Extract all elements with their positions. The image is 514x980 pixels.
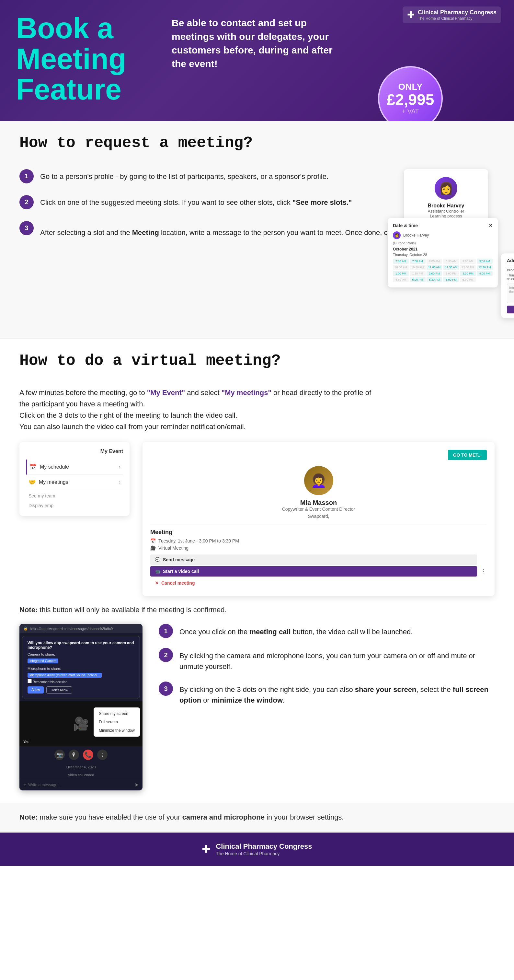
logo-top-right: ✚ Clinical Pharmacy Congress The Home of… — [403, 6, 501, 23]
share-menu: Share my screen Full screen Minimize the… — [94, 708, 140, 737]
tc15[interactable]: 2:00 PM — [427, 271, 443, 276]
tc16: 3:00 PM — [443, 271, 459, 276]
send-message-button[interactable]: 💬 Send message — [150, 555, 477, 565]
video-call-section: 🔒 https://app.swapcard.com/messages/chan… — [19, 624, 495, 791]
tc14: 1:30 PM — [410, 271, 425, 276]
dt-day: Thursday, October 28 — [393, 253, 493, 257]
allow-button[interactable]: Allow — [27, 686, 44, 694]
tc9[interactable]: 11:00 AM — [427, 265, 443, 270]
tc5: 9:00 AM — [460, 259, 476, 264]
virtual-intro: A few minutes before the meeting, go to … — [19, 387, 376, 433]
note-confirmed: Note: this button will only be available… — [19, 606, 495, 614]
video-main-area: 🎥 Share my screen Full screen Minimize t… — [19, 701, 143, 746]
share-screen-option[interactable]: Share my screen — [94, 710, 140, 718]
step-3-number: 3 — [19, 221, 34, 235]
perm-title: Will you allow app.swapcard.com to use y… — [27, 641, 135, 650]
cancel-meeting-button[interactable]: ✕ Cancel meeting — [150, 578, 477, 588]
meetings-icon: 🤝 — [29, 479, 36, 486]
profile-avatar: 👩 — [435, 177, 457, 200]
message-action-icon: 💬 — [155, 557, 160, 562]
tc13[interactable]: 1:00 PM — [393, 271, 409, 276]
more-options-button[interactable]: ⋮ — [97, 749, 108, 760]
vstep-2-text: By clicking the camera and microphone ic… — [179, 648, 495, 672]
dt-timezone: (Europe/Paris) — [393, 241, 493, 245]
meeting-profile-company: Swapcard, — [150, 514, 487, 519]
virtual-step-3: 3 By clicking on the 3 dots on the right… — [159, 681, 495, 705]
video-date-label: December 4, 2020 — [19, 763, 143, 771]
step-1-text: Go to a person's profile - by going to t… — [40, 169, 328, 182]
tc1[interactable]: 7:00 AM — [393, 259, 409, 264]
virtual-section: A few minutes before the meeting, go to … — [0, 380, 514, 804]
bottom-note: Note: make sure you have enabled the use… — [0, 803, 514, 831]
virtual-steps-list: 1 Once you click on the meeting call but… — [159, 624, 495, 715]
msg-date: Thursday, October 28, 2021 8:00 AM to 8:… — [507, 273, 514, 281]
tc4: 8:30 AM — [443, 259, 459, 264]
go-to-meet-button[interactable]: GO TO MET... — [448, 450, 487, 460]
you-label: You — [23, 740, 30, 744]
meeting-profile-name: Mia Masson — [150, 499, 487, 506]
meeting-info-section: Meeting 📅 Tuesday, 1st June - 3:00 PM to… — [150, 524, 487, 550]
full-screen-option[interactable]: Full screen — [94, 718, 140, 726]
dt-avatar: 👩 — [393, 231, 401, 239]
tc3: 8:00 AM — [427, 259, 443, 264]
menu-my-schedule[interactable]: 📅 My schedule › — [26, 460, 123, 475]
display-emp: Display emp — [26, 502, 123, 509]
chevron-right-icon: › — [119, 464, 121, 470]
video-controls: 📷 🎙 📞 ⋮ — [19, 746, 143, 763]
footer-tagline: The Home of Clinical Pharmacy — [216, 851, 312, 856]
cancel-icon: ✕ — [155, 581, 159, 585]
video-chat-input-row: + Write a message... ➤ — [19, 779, 143, 791]
tc22[interactable]: 6:00 PM — [443, 277, 459, 282]
menu-my-meetings[interactable]: 🤝 My meetings › — [26, 475, 123, 490]
tc17[interactable]: 3:30 PM — [460, 271, 476, 276]
permission-dialog: Will you allow app.swapcard.com to use y… — [22, 636, 140, 698]
my-event-card: My Event 📅 My schedule › 🤝 My meetings ›… — [19, 442, 130, 516]
camera-select[interactable]: Integrated Camera — [27, 659, 58, 663]
vstep-1-text: Once you click on the meeting call butto… — [179, 624, 412, 637]
schedule-icon: 📅 — [30, 463, 36, 471]
chevron-right-icon-2: › — [119, 479, 121, 485]
send-chat-icon[interactable]: ➤ — [135, 782, 139, 788]
footer-cross-icon: ✚ — [202, 843, 211, 855]
more-options-icon[interactable]: ⋮ — [480, 555, 487, 588]
deny-button[interactable]: Don't Allow — [46, 686, 72, 694]
tc20[interactable]: 5:00 PM — [410, 277, 425, 282]
tc21[interactable]: 5:30 PM — [427, 277, 443, 282]
tc2[interactable]: 7:30 AM — [410, 259, 425, 264]
mic-select[interactable]: Microphone Array (Intel® Smart Sound Tec… — [27, 673, 102, 678]
cross-icon: ✚ — [407, 10, 414, 20]
footer-brand: Clinical Pharmacy Congress — [216, 842, 312, 851]
dt-month: October 2021 — [393, 247, 493, 251]
start-video-call-button[interactable]: 📹 Start a video call — [150, 566, 477, 576]
chat-input-placeholder[interactable]: Write a message... — [28, 783, 135, 787]
tc19: 4:30 PM — [393, 277, 409, 282]
minimize-option[interactable]: Minimize the window — [94, 726, 140, 735]
time-grid: 7:00 AM 7:30 AM 8:00 AM 8:30 AM 9:00 AM … — [393, 259, 493, 282]
plus-icon[interactable]: + — [23, 782, 26, 788]
camera-toggle-button[interactable]: 📷 — [54, 749, 65, 760]
step-2-number: 2 — [19, 195, 34, 209]
profile-role: Assistant Controller — [412, 209, 480, 213]
tc7: 10:00 AM — [393, 265, 409, 270]
meeting-profile-role: Copywriter & Event Content Director — [150, 506, 487, 512]
profile-name: Brooke Harvey — [412, 203, 480, 209]
tc6[interactable]: 9:30 AM — [477, 259, 493, 264]
camera-label: Camera to share: — [27, 652, 135, 656]
tc8: 10:30 AM — [410, 265, 425, 270]
meeting-label: Meeting — [150, 529, 487, 536]
tc18[interactable]: 4:00 PM — [477, 271, 493, 276]
remember-checkbox[interactable]: Remember this decision — [27, 679, 135, 684]
send-request-btn-card[interactable]: Send meeting request — [507, 305, 514, 313]
tc10[interactable]: 11:30 AM — [443, 265, 459, 270]
remember-check-input[interactable] — [27, 679, 32, 683]
vstep-3-number: 3 — [159, 681, 173, 696]
message-textarea[interactable]: Introduce yourself and the purpose of th… — [507, 283, 514, 303]
mic-toggle-button[interactable]: 🎙 — [69, 749, 79, 760]
virtual-step-2: 2 By clicking the camera and microphone … — [159, 648, 495, 672]
calendar-detail-icon: 📅 — [150, 538, 156, 544]
step-2-text: Click on one of the suggested meeting sl… — [40, 195, 352, 208]
tc12[interactable]: 12:30 PM — [477, 265, 493, 270]
end-call-button[interactable]: 📞 — [83, 749, 93, 760]
how-to-section: 1 Go to a person's profile - by going to… — [0, 163, 514, 338]
datetime-card: Date & time ✕ 👩 Brooke Harvey (Europe/Pa… — [388, 218, 498, 288]
